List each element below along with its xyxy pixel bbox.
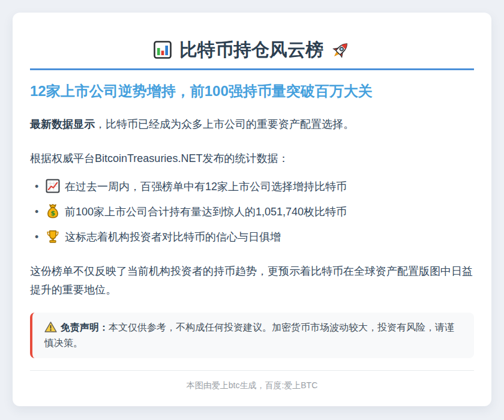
intro-bold-text: 最新数据显示	[30, 118, 95, 130]
warning-icon	[44, 321, 57, 333]
intro-rest-text: ，比特币已经成为众多上市公司的重要资产配置选择。	[95, 118, 354, 130]
card-header: 比特币持仓风云榜	[30, 13, 474, 70]
disclaimer-label: 免责声明：	[61, 322, 109, 332]
money-bag-icon: $	[46, 203, 60, 218]
list-item-text: 在过去一周内，百强榜单中有12家上市公司选择增持比特币	[65, 181, 347, 193]
svg-text:$: $	[50, 209, 55, 217]
stats-list: 在过去一周内，百强榜单中有12家上市公司选择增持比特币 $ 前100家上市公司合…	[30, 178, 474, 247]
list-item: 在过去一周内，百强榜单中有12家上市公司选择增持比特币	[46, 178, 474, 196]
list-item-text: 这标志着机构投资者对比特币的信心与日俱增	[65, 231, 281, 243]
list-item: 这标志着机构投资者对比特币的信心与日俱增	[46, 228, 474, 247]
chart-increasing-icon	[46, 179, 60, 193]
disclaimer-box: 免责声明：本文仅供参考，不构成任何投资建议。加密货币市场波动较大，投资有风险，请…	[30, 313, 474, 358]
page-title-text: 比特币持仓风云榜	[179, 39, 323, 61]
list-item-text: 前100家上市公司合计持有量达到惊人的1,051,740枚比特币	[65, 206, 347, 218]
trophy-icon	[46, 229, 60, 244]
footer-credit: 本图由爱上btc生成，百度:爱上BTC	[30, 370, 474, 391]
intro-paragraph: 最新数据显示，比特币已经成为众多上市公司的重要资产配置选择。	[30, 115, 474, 134]
conclusion-paragraph: 这份榜单不仅反映了当前机构投资者的持币趋势，更预示着比特币在全球资产配置版图中日…	[30, 262, 474, 299]
rocket-icon	[331, 40, 351, 60]
bar-chart-icon	[153, 40, 172, 59]
article-card: 比特币持仓风云榜 12家上市公司逆势增持，前100强持币量突破百万大关 最新数据…	[13, 13, 491, 406]
list-item: $ 前100家上市公司合计持有量达到惊人的1,051,740枚比特币	[46, 203, 474, 221]
headline: 12家上市公司逆势增持，前100强持币量突破百万大关	[30, 82, 474, 100]
source-paragraph: 根据权威平台BitcoinTreasuries.NET发布的统计数据：	[30, 149, 474, 168]
page-title: 比特币持仓风云榜	[30, 39, 474, 61]
